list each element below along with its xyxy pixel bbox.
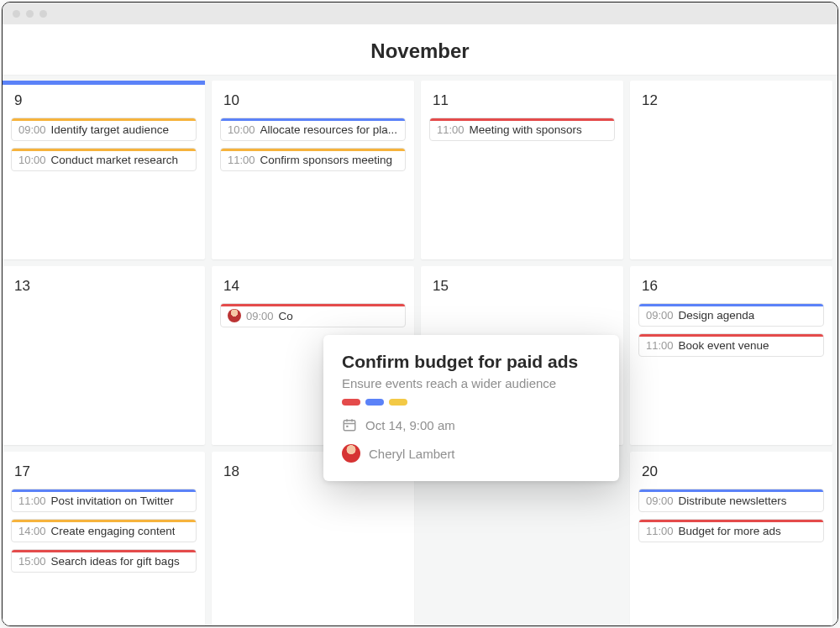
calendar-event[interactable]: 11:00Budget for more ads: [638, 519, 824, 542]
tag-pill: [365, 399, 384, 406]
event-color-bar: [221, 304, 405, 306]
event-time: 11:00: [646, 339, 674, 352]
event-color-bar: [639, 520, 823, 522]
popover-assignee-row: Cheryl Lambert: [342, 444, 601, 463]
event-color-bar: [430, 118, 614, 121]
event-title: Distribute newsletters: [679, 495, 787, 507]
day-cell[interactable]: 13: [3, 266, 205, 445]
day-number: 16: [637, 275, 826, 303]
event-title: Identify target audience: [51, 123, 169, 136]
event-time: 11:00: [228, 154, 255, 166]
calendar-event[interactable]: 14:00Create engaging content: [11, 519, 197, 542]
event-color-bar: [12, 118, 196, 121]
event-color-bar: [639, 334, 823, 337]
event-color-bar: [12, 489, 196, 492]
popover-tag-pills: [342, 399, 601, 406]
event-time: 11:00: [646, 525, 674, 537]
window-control-close[interactable]: [13, 10, 20, 18]
calendar-event[interactable]: 09:00Co: [220, 303, 406, 327]
event-title: Co: [279, 310, 293, 322]
day-number: 10: [218, 89, 407, 118]
day-number: 12: [637, 89, 826, 118]
day-cell[interactable]: 1010:00Allocate resources for pla...11:0…: [212, 81, 414, 259]
app-window: November 909:00Identify target audience1…: [2, 2, 838, 626]
tag-pill: [389, 399, 407, 406]
day-number: 14: [218, 275, 407, 303]
calendar-header: November: [3, 24, 837, 76]
popover-date-row: Oct 14, 9:00 am: [342, 417, 601, 432]
svg-rect-0: [344, 421, 355, 431]
day-number: 15: [428, 275, 617, 303]
popover-subtitle: Ensure events reach a wider audience: [342, 376, 601, 390]
event-title: Budget for more ads: [679, 525, 781, 537]
calendar-event[interactable]: 10:00Conduct market research: [11, 148, 197, 171]
event-time: 11:00: [18, 495, 46, 507]
popover-assignee: Cheryl Lambert: [369, 447, 455, 461]
day-cell[interactable]: 1711:00Post invitation on Twitter14:00Cr…: [3, 452, 205, 626]
window-titlebar: [3, 3, 837, 24]
event-title: Conduct market research: [51, 154, 179, 166]
event-title: Post invitation on Twitter: [51, 495, 174, 507]
tag-pill: [342, 399, 360, 406]
window-control-minimize[interactable]: [26, 10, 34, 18]
day-cell[interactable]: 1609:00Design agenda11:00Book event venu…: [630, 266, 832, 445]
day-number: 13: [9, 275, 198, 303]
event-color-bar: [639, 489, 823, 492]
calendar-event[interactable]: 09:00Design agenda: [638, 303, 824, 327]
event-time: 09:00: [646, 495, 674, 507]
calendar-icon: [342, 417, 357, 432]
popover-datetime: Oct 14, 9:00 am: [365, 418, 455, 432]
event-time: 09:00: [18, 123, 46, 136]
day-cell[interactable]: 909:00Identify target audience10:00Condu…: [3, 81, 205, 259]
event-time: 11:00: [437, 123, 465, 136]
calendar-event[interactable]: 11:00Post invitation on Twitter: [11, 489, 197, 512]
avatar: [342, 444, 360, 463]
day-number: 17: [9, 460, 198, 489]
event-color-bar: [12, 149, 196, 151]
event-title: Confirm sponsors meeting: [260, 154, 393, 166]
window-control-zoom[interactable]: [39, 10, 47, 18]
event-color-bar: [12, 520, 196, 522]
calendar-event[interactable]: 11:00Confirm sponsors meeting: [220, 148, 406, 171]
day-number: 9: [9, 89, 198, 118]
day-cell[interactable]: 2009:00Distribute newsletters11:00Budget…: [630, 452, 832, 626]
day-cell[interactable]: 1111:00Meeting with sponsors: [421, 81, 623, 259]
event-popover[interactable]: Confirm budget for paid ads Ensure event…: [323, 335, 619, 481]
event-color-bar: [221, 118, 405, 121]
event-color-bar: [12, 550, 196, 552]
day-number: 11: [428, 89, 617, 118]
event-time: 15:00: [18, 555, 46, 568]
event-time: 09:00: [646, 309, 674, 322]
event-time: 14:00: [18, 525, 46, 537]
event-title: Meeting with sponsors: [470, 123, 582, 136]
event-color-bar: [221, 149, 405, 151]
event-time: 10:00: [18, 154, 46, 166]
day-number: 20: [637, 460, 826, 489]
event-title: Allocate resources for pla...: [260, 123, 398, 136]
event-time: 09:00: [246, 310, 274, 322]
event-title: Search ideas for gift bags: [51, 555, 180, 568]
calendar-event[interactable]: 09:00Distribute newsletters: [638, 489, 824, 512]
popover-title: Confirm budget for paid ads: [342, 352, 601, 372]
event-time: 10:00: [228, 123, 255, 136]
calendar-event[interactable]: 15:00Search ideas for gift bags: [11, 549, 197, 573]
event-title: Design agenda: [679, 309, 755, 322]
day-cell[interactable]: 12: [630, 81, 832, 259]
month-title: November: [3, 39, 837, 63]
event-title: Create engaging content: [51, 525, 176, 537]
calendar-event[interactable]: 11:00Book event venue: [638, 333, 824, 357]
calendar-event[interactable]: 11:00Meeting with sponsors: [429, 118, 615, 141]
calendar-event[interactable]: 09:00Identify target audience: [11, 118, 197, 141]
svg-rect-4: [346, 426, 348, 427]
avatar: [228, 309, 241, 322]
calendar-event[interactable]: 10:00Allocate resources for pla...: [220, 118, 406, 141]
event-color-bar: [639, 304, 823, 306]
event-title: Book event venue: [679, 339, 769, 352]
